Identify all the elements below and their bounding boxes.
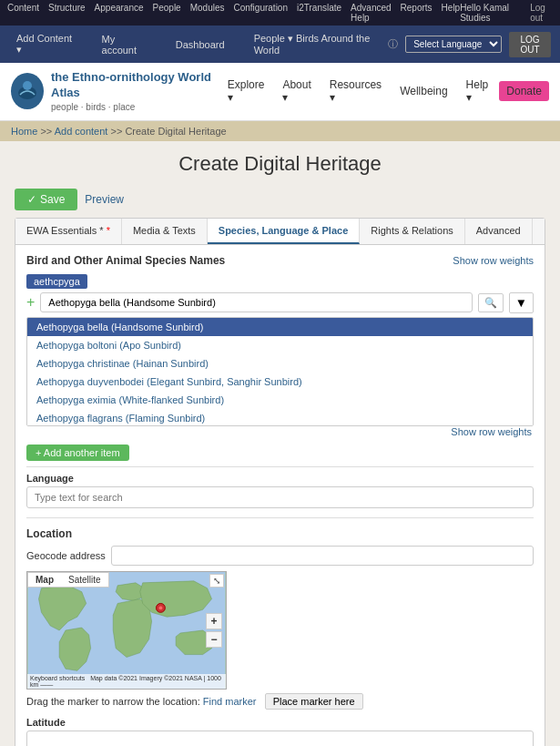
admin-nav: Content Structure Appearance People Modu…: [7, 3, 460, 23]
nav-center: Add Content ▾ My account Dashboard Peopl…: [9, 29, 388, 59]
language-field-label: Language: [26, 473, 534, 484]
tab-ewa-essentials[interactable]: EWA Essentials *: [15, 219, 122, 244]
nav-right: ⓘ Select Language LOG OUT: [388, 32, 551, 57]
world-map: [27, 572, 226, 689]
logo-image: [11, 73, 44, 109]
latitude-field-group: Latitude: [26, 717, 534, 746]
language-field-group: Language: [26, 473, 534, 508]
admin-bar: Content Structure Appearance People Modu…: [0, 0, 560, 26]
tab-rights-relations[interactable]: Rights & Relations: [360, 219, 465, 244]
page-content: Create Digital Heritage ✓ Save Preview E…: [0, 141, 560, 746]
logo-bar: the Ethno-ornithology World Atlas people…: [0, 63, 560, 121]
toolbar: ✓ Save Preview: [15, 189, 545, 210]
admin-nav-people[interactable]: People: [153, 3, 181, 23]
latitude-input[interactable]: [26, 731, 534, 746]
info-icon: ⓘ: [388, 37, 398, 51]
admin-nav-appearance[interactable]: Appearance: [95, 3, 144, 23]
tab-media-texts[interactable]: Media & Texts: [122, 219, 208, 244]
admin-nav-advanced-help[interactable]: Advanced Help: [351, 3, 391, 23]
add-another-item[interactable]: + Add another item: [26, 445, 129, 461]
place-marker-button[interactable]: Place marker here: [265, 693, 363, 710]
nav-help[interactable]: Help ▾: [459, 75, 496, 107]
admin-nav-structure[interactable]: Structure: [48, 3, 86, 23]
map-footer: Keyboard shortcuts Map data ©2021 Imager…: [27, 674, 226, 689]
nav-donate[interactable]: Donate: [499, 81, 549, 101]
breadcrumb-home[interactable]: Home: [11, 126, 37, 137]
breadcrumb-add-content[interactable]: Add content: [55, 126, 108, 137]
map-container[interactable]: Map Satellite ⤡: [26, 571, 227, 690]
geocode-row: Geocode address: [26, 546, 534, 566]
map-zoom-out-button[interactable]: −: [206, 631, 222, 648]
bird-section-header: Bird and Other Animal Species Names Show…: [26, 254, 534, 267]
tabs-row: EWA Essentials * Media & Texts Species, …: [15, 219, 545, 245]
selected-species-tag[interactable]: aethcpyga: [26, 274, 87, 289]
logout-button[interactable]: LOG OUT: [509, 32, 551, 57]
logo-subtitle: people · birds · place: [51, 101, 220, 113]
dropdown-item-4[interactable]: Aethopyga duyvenbodei (Elegant Sunbird, …: [27, 373, 533, 391]
tabs-container: EWA Essentials * Media & Texts Species, …: [15, 218, 545, 746]
map-controls: + −: [206, 613, 222, 648]
species-dropdown-list: Aethopyga bella (Handsome Sunbird) Aetho…: [26, 317, 534, 426]
map-fullscreen-button[interactable]: ⤡: [209, 574, 224, 588]
tab-advanced[interactable]: Advanced: [465, 219, 533, 244]
location-section-title: Location: [26, 527, 534, 540]
admin-nav-help[interactable]: Help: [442, 3, 461, 23]
nav-dashboard[interactable]: Dashboard: [168, 36, 232, 54]
dropdown-item-3[interactable]: Aethopyga christinae (Hainan Sunbird): [27, 354, 533, 373]
map-tab-satellite[interactable]: Satellite: [61, 573, 108, 587]
admin-nav-reports[interactable]: Reports: [401, 3, 433, 23]
page-title: Create Digital Heritage: [15, 152, 545, 176]
main-nav: Explore ▾ About ▾ Resources ▾ Wellbeing …: [220, 75, 549, 107]
tab-species-language-place[interactable]: Species, Language & Place: [208, 219, 360, 244]
preview-link[interactable]: Preview: [85, 193, 124, 206]
save-button[interactable]: ✓ Save: [15, 189, 77, 210]
admin-user-info: Hello Kamal Studies Log out: [460, 3, 553, 23]
show-row-weights-link[interactable]: Show row weights: [453, 255, 534, 266]
bird-names-section: Bird and Other Animal Species Names Show…: [15, 245, 545, 746]
svg-point-2: [23, 81, 32, 90]
bird-section-title: Bird and Other Animal Species Names: [26, 254, 225, 267]
species-search-input[interactable]: [40, 292, 472, 312]
dropdown-item-5[interactable]: Aethopyga eximia (White-flanked Sunbird): [27, 391, 533, 409]
nav-wellbeing[interactable]: Wellbeing: [392, 81, 454, 101]
admin-username: Hello Kamal Studies: [460, 3, 521, 23]
species-search-row: + 🔍 ▼: [26, 292, 534, 313]
admin-nav-configuration[interactable]: Configuration: [234, 3, 288, 23]
admin-logout[interactable]: Log out: [530, 3, 553, 23]
dropdown-item-1[interactable]: Aethopyga bella (Handsome Sunbird): [27, 318, 533, 336]
species-search-button[interactable]: 🔍: [478, 293, 504, 312]
language-field-input[interactable]: [26, 486, 534, 508]
add-species-icon: +: [26, 294, 35, 311]
nav-about[interactable]: About ▾: [275, 75, 318, 107]
nav-my-account[interactable]: My account: [95, 30, 154, 59]
admin-nav-content[interactable]: Content: [7, 3, 39, 23]
admin-nav-modules[interactable]: Modules: [190, 3, 225, 23]
dropdown-item-6[interactable]: Aethopyga flagrans (Flaming Sunbird): [27, 409, 533, 426]
map-zoom-in-button[interactable]: +: [206, 613, 222, 629]
nav-people-birds[interactable]: People ▾ Birds Around the World: [247, 29, 389, 59]
geocode-label: Geocode address: [26, 550, 106, 561]
logo-title[interactable]: the Ethno-ornithology World Atlas: [51, 70, 220, 101]
species-dropdown-arrow[interactable]: ▼: [509, 292, 534, 313]
show-row-weights-link-2[interactable]: Show row weights: [451, 426, 532, 437]
checkmark-icon: ✓: [27, 193, 36, 206]
admin-nav-i2translate[interactable]: i2Translate: [297, 3, 341, 23]
dropdown-item-2[interactable]: Aethopyga boltoni (Apo Sunbird): [27, 336, 533, 354]
nav-explore[interactable]: Explore ▾: [220, 75, 272, 107]
logo-text: the Ethno-ornithology World Atlas people…: [51, 70, 220, 113]
marker-text-row: Drag the marker to narrow the location: …: [26, 693, 534, 710]
nav-resources[interactable]: Resources ▾: [322, 75, 389, 107]
breadcrumb: Home >> Add content >> Create Digital He…: [0, 121, 560, 141]
find-marker-link[interactable]: Find marker: [203, 696, 257, 707]
show-row-weights-2: Show row weights: [26, 426, 534, 437]
map-tabs: Map Satellite: [27, 572, 109, 588]
latitude-label: Latitude: [26, 717, 534, 728]
nav-bar: Add Content ▾ My account Dashboard Peopl…: [0, 26, 560, 63]
location-section: Location Geocode address Map Satellite ⤡: [26, 517, 534, 746]
geocode-input[interactable]: [111, 546, 534, 566]
nav-add-content[interactable]: Add Content ▾: [9, 29, 80, 59]
logo-left: the Ethno-ornithology World Atlas people…: [11, 70, 220, 113]
language-select[interactable]: Select Language: [405, 36, 502, 53]
breadcrumb-current: Create Digital Heritage: [125, 126, 226, 137]
map-tab-map[interactable]: Map: [28, 573, 61, 587]
